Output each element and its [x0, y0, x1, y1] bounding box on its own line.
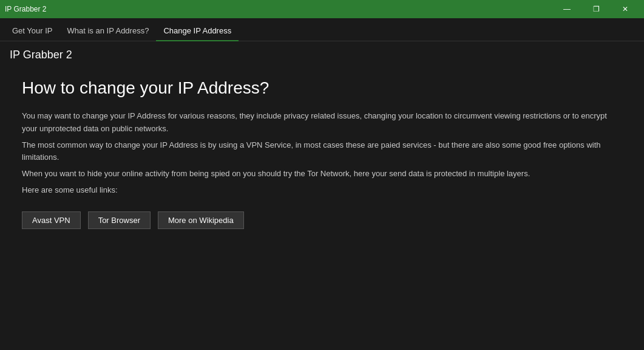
paragraph-1: You may want to change your IP Address f…: [22, 110, 622, 136]
minimize-button[interactable]: —: [553, 0, 581, 18]
main-content: How to change your IP Address? You may w…: [0, 66, 644, 350]
page-header-title: IP Grabber 2: [10, 49, 72, 61]
title-bar: IP Grabber 2 — ❐ ✕: [0, 0, 644, 18]
nav-item-what-is-ip[interactable]: What is an IP Address?: [60, 21, 157, 41]
section-title: How to change your IP Address?: [22, 78, 622, 98]
app-title: IP Grabber 2: [5, 5, 46, 13]
section-body: You may want to change your IP Address f…: [22, 110, 622, 197]
link-button-more-on-wikipedia[interactable]: More on Wikipedia: [158, 211, 244, 229]
paragraph-4: Here are some useful links:: [22, 184, 622, 197]
nav-item-change-ip[interactable]: Change IP Address: [156, 21, 239, 41]
links-container: Avast VPNTor BrowserMore on Wikipedia: [22, 211, 622, 229]
nav-item-get-your-ip[interactable]: Get Your IP: [5, 21, 60, 41]
page-header: IP Grabber 2: [0, 41, 644, 66]
paragraph-3: When you want to hide your online activi…: [22, 168, 622, 180]
link-button-avast-vpn[interactable]: Avast VPN: [22, 211, 81, 229]
link-button-tor-browser[interactable]: Tor Browser: [88, 211, 151, 229]
title-bar-left: IP Grabber 2: [5, 5, 46, 13]
nav-bar: Get Your IPWhat is an IP Address?Change …: [0, 18, 644, 41]
title-bar-controls: — ❐ ✕: [553, 0, 639, 18]
close-button[interactable]: ✕: [611, 0, 639, 18]
restore-button[interactable]: ❐: [582, 0, 610, 18]
paragraph-2: The most common way to change your IP Ad…: [22, 139, 622, 165]
